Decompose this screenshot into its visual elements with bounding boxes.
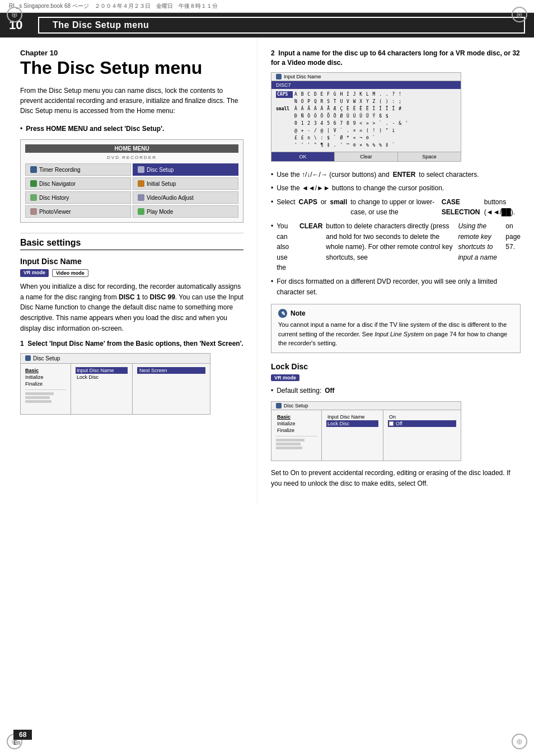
- menu-item-disc-history: Disc History: [25, 191, 131, 204]
- menu-label-photo: PhotoViewer: [39, 209, 71, 215]
- timer-icon: [30, 166, 37, 173]
- setup-icon: [138, 180, 144, 187]
- menu-item-initial-setup: Initial Setup: [133, 177, 238, 190]
- note-title: ✎ Note: [278, 309, 513, 318]
- char-row-small: small À Á Â Ã Ä Å Æ Ç È É Ê Ë Ì Í Î Ï #: [276, 106, 456, 112]
- char-grid: CAPS A B C D E F G H I J K L M . . ? ! N…: [271, 89, 461, 152]
- lock-disc-badge: VR mode: [271, 374, 299, 381]
- lock-disc-section: Lock Disc VR mode Default setting: Off D…: [271, 362, 521, 489]
- chapter-main-title: The Disc Setup menu: [20, 58, 243, 78]
- menu-label-initial-setup: Initial Setup: [147, 181, 176, 187]
- ld-init: Initialize: [276, 420, 317, 427]
- ds-left-finalize: Finalize: [25, 381, 66, 387]
- nav-icon: [30, 180, 37, 187]
- menu-label-disc-history: Disc History: [39, 195, 69, 201]
- lock-disc-body-text: Set to On to prevent accidental recordin…: [271, 468, 521, 489]
- lock-disc-screen-label: Disc Setup: [284, 403, 308, 408]
- disc-setup-mid-1: Input Disc Name Lock Disc: [71, 364, 133, 414]
- step1-text: 1 Select 'Input Disc Name' from the Basi…: [20, 339, 243, 349]
- space-button[interactable]: Space: [398, 152, 461, 161]
- vr-mode-badge: VR mode: [20, 269, 49, 277]
- lock-disc-right: On Off: [383, 410, 461, 461]
- ld-basic: Basic: [276, 414, 317, 420]
- ds-mid-lock: Lock Disc: [76, 374, 128, 381]
- bullets-right: Use the ↑/↓/←/→ (cursor buttons) and ENT…: [271, 170, 521, 298]
- lock-disc-icon: [276, 403, 282, 408]
- disc-setup-right-1: Next Screen: [133, 364, 210, 414]
- lock-disc-screenshot: Disc Setup Basic Initialize Finalize: [271, 401, 461, 461]
- ds-left-initialize: Initialize: [25, 374, 66, 381]
- intro-text: From the Disc Setup menu you can name di…: [20, 86, 243, 116]
- menu-item-timer: Timer Recording: [25, 163, 131, 176]
- disc-setup-left-1: Basic Initialize Finalize: [21, 364, 71, 414]
- input-disc-icon: [276, 74, 282, 79]
- input-disc-name-title: Input Disc Name: [20, 257, 243, 266]
- menu-label-video-audio: Video/Audio Adjust: [147, 195, 194, 201]
- lock-disc-default: Default setting: Off: [271, 386, 521, 396]
- corner-tr: ⊕: [512, 7, 527, 22]
- main-content: Chapter 10 The Disc Setup menu From the …: [0, 37, 534, 505]
- chars-7: ' ' ' " ¶ ‡ . ' ™ ® × % % % ‡ `: [294, 142, 395, 149]
- disc-icon: [138, 166, 144, 173]
- right-column: 2 Input a name for the disc up to 64 cha…: [257, 37, 534, 505]
- ld-off: Off: [388, 420, 456, 427]
- bullet-3: Select CAPS or small to change to upper …: [271, 197, 521, 218]
- lock-disc-body: Basic Initialize Finalize Input Disc Nam…: [271, 410, 461, 461]
- step2-text: 2 Input a name for the disc up to 64 cha…: [271, 49, 521, 68]
- menu-label-disc-nav: Disc Navigator: [39, 181, 76, 187]
- lock-disc-mid: Input Disc Name Lock Disc: [322, 410, 383, 461]
- checkbox-off: [389, 421, 394, 426]
- home-menu-screenshot: HOME MENU DVD RECORDER Timer Recording D…: [20, 139, 243, 223]
- page-footer: 68 En: [13, 730, 32, 746]
- ds-mid-input: Input Disc Name: [76, 367, 128, 374]
- chars-5: @ + - / @ | V ` . × = ( ! ) " i: [294, 128, 395, 134]
- lock-disc-header: Disc Setup: [271, 402, 461, 410]
- menu-item-play-mode: Play Mode: [133, 205, 238, 218]
- ld-mid-input: Input Disc Name: [326, 414, 378, 420]
- char-row-3: Ð Ñ Ò Ó Ô Õ Ö Ø Ù Ú Û Ü Ý ß $: [276, 113, 456, 120]
- disc7-label: DISC7: [276, 82, 291, 88]
- small-chars: À Á Â Ã Ä Å Æ Ç È É Ê Ë Ì Í Î Ï #: [294, 106, 402, 112]
- input-disc-name-body: When you initialize a disc for recording…: [20, 281, 243, 334]
- ld-final: Finalize: [276, 427, 317, 434]
- disc-setup-header-1: Disc Setup: [21, 354, 210, 364]
- history-icon: [30, 194, 37, 201]
- clear-button[interactable]: Clear: [335, 152, 398, 161]
- corner-br: ⊕: [512, 734, 527, 749]
- input-disc-label: Input Disc Name: [284, 74, 321, 79]
- corner-tl: ⊕: [7, 7, 22, 22]
- ds-left-basic: Basic: [25, 367, 66, 374]
- chapter-label: Chapter 10: [20, 49, 243, 57]
- home-menu-title: HOME MENU: [25, 144, 238, 153]
- home-menu-grid: Timer Recording Disc Setup Disc Navigato…: [25, 163, 238, 218]
- caps-chars: A B C D E F G H I J K L M . . ? !: [294, 91, 402, 98]
- home-menu-subtitle: DVD RECORDER: [25, 155, 238, 160]
- page-number: 68: [13, 730, 32, 740]
- ok-button[interactable]: OK: [271, 152, 335, 161]
- input-disc-screenshot: Input Disc Name DISC7 CAPS A B C D E F G…: [271, 72, 461, 162]
- top-bar: RL_s Singapore.book 68 ページ ２００４年４月２３日 金曜…: [0, 0, 534, 13]
- audio-icon: [138, 194, 144, 201]
- char-row-caps: CAPS A B C D E F G H I J K L M . . ? !: [276, 91, 456, 98]
- menu-item-disc-nav: Disc Navigator: [25, 177, 131, 190]
- left-column: Chapter 10 The Disc Setup menu From the …: [0, 37, 257, 505]
- disc-setup-icon-1: [25, 355, 31, 361]
- lock-disc-left: Basic Initialize Finalize: [271, 410, 322, 461]
- photo-icon: [30, 208, 37, 215]
- input-disc-header: Input Disc Name: [271, 73, 461, 81]
- small-label: small: [276, 106, 293, 112]
- step-press-text: Press HOME MENU and select 'Disc Setup'.: [26, 124, 164, 134]
- ld-on: On: [388, 414, 456, 420]
- caps-label: CAPS: [276, 91, 293, 98]
- note-label: Note: [291, 309, 306, 317]
- ld-mid-lock: Lock Disc: [326, 420, 378, 427]
- play-icon: [138, 208, 144, 215]
- menu-item-disc-setup: Disc Setup: [133, 163, 238, 176]
- chars-4: 0 1 2 3 4 5 6 7 8 9 < = > ` . - & ': [294, 120, 409, 127]
- note-box: ✎ Note You cannot input a name for a dis…: [271, 304, 521, 353]
- menu-label-timer: Timer Recording: [39, 167, 81, 173]
- note-text: You cannot input a name for a disc if th…: [278, 320, 513, 348]
- header-title: The Disc Setup menu: [38, 17, 525, 34]
- basic-settings-title: Basic settings: [20, 238, 243, 250]
- char-row-6: £ £ n \ : $ ` Ø * « ¬ ® `: [276, 135, 456, 142]
